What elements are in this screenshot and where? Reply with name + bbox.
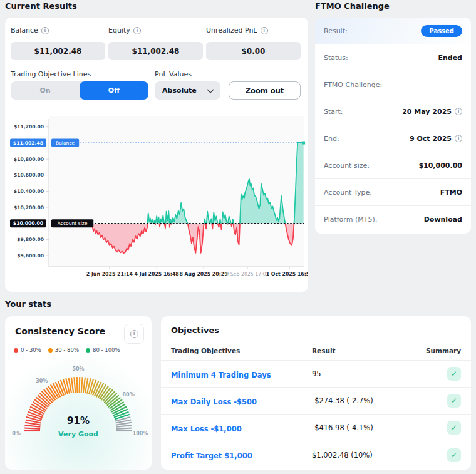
row-value: 9 Oct 2025 bbox=[410, 135, 452, 143]
objective-result: 95 bbox=[312, 369, 428, 378]
row-label: Platform (MT5): bbox=[324, 215, 377, 224]
ftmo-row-start: Start: 20 May 2025 bbox=[315, 98, 471, 125]
check-icon bbox=[447, 448, 461, 462]
pnl-values-selected: Absolute bbox=[162, 86, 197, 95]
check-icon bbox=[447, 394, 461, 408]
chevron-down-icon bbox=[207, 86, 214, 93]
legend-item: 30 - 80% bbox=[48, 347, 79, 353]
objective-link[interactable]: Max Loss -$1,000 bbox=[171, 425, 242, 433]
consistency-rating: Very Good bbox=[5, 430, 152, 438]
current-results-title: Current Results bbox=[5, 1, 77, 11]
objective-row-min-trading-days: Minimum 4 Trading Days 95 bbox=[161, 361, 471, 388]
svg-text:$11,002.48: $11,002.48 bbox=[13, 140, 43, 146]
objective-link[interactable]: Profit Target $1,000 bbox=[171, 451, 252, 460]
objective-result: $1,002.48 (10%) bbox=[312, 451, 428, 460]
header-trading-objectives: Trading Objectives bbox=[171, 347, 312, 354]
ftmo-row-result: Result: Passed bbox=[315, 18, 471, 44]
row-value: 20 May 2025 bbox=[402, 108, 452, 116]
row-label: Start: bbox=[324, 108, 343, 116]
ftmo-challenge-card: Result: Passed Status: Ended FTMO Challe… bbox=[315, 18, 471, 234]
legend-dot bbox=[48, 348, 53, 353]
toggle-on-button[interactable]: On bbox=[11, 81, 80, 100]
row-label: Result: bbox=[324, 27, 348, 35]
header-summary: Summary bbox=[426, 347, 461, 354]
row-value: Ended bbox=[438, 54, 462, 62]
consistency-info-button[interactable] bbox=[124, 324, 144, 344]
consistency-score-title: Consistency Score bbox=[15, 326, 105, 336]
balance-label: Balance bbox=[11, 26, 38, 34]
legend-dot bbox=[86, 348, 90, 353]
ftmo-row-end: End: 9 Oct 2025 bbox=[315, 125, 471, 152]
consistency-score-value: 91% bbox=[5, 415, 152, 426]
svg-text:$11,200.00: $11,200.00 bbox=[14, 124, 44, 130]
objective-row-max-daily-loss: Max Daily Loss -$500 -$274.38 (-2.7%) bbox=[161, 388, 471, 415]
divider bbox=[5, 113, 308, 113]
consistency-gauge-svg: 0%30%50%80%100% bbox=[5, 355, 152, 470]
ftmo-row-status: Status: Ended bbox=[315, 44, 471, 71]
row-value: FTMO bbox=[440, 188, 462, 197]
svg-text:9 Sep 2025 17:02: 9 Sep 2025 17:02 bbox=[225, 271, 269, 277]
svg-text:4 Jul 2025 16:48: 4 Jul 2025 16:48 bbox=[135, 271, 179, 277]
objectives-title: Objectives bbox=[161, 316, 471, 341]
svg-text:$9,600.00: $9,600.00 bbox=[17, 253, 44, 259]
equity-value: $11,002.48 bbox=[108, 42, 203, 60]
ftmo-row-platform: Platform (MT5): Download bbox=[315, 206, 471, 233]
equity-label: Equity bbox=[108, 26, 130, 34]
svg-text:80%: 80% bbox=[123, 392, 135, 398]
svg-text:$10,600.00: $10,600.00 bbox=[14, 172, 44, 178]
svg-text:$10,200.00: $10,200.00 bbox=[14, 205, 44, 210]
svg-text:Balance: Balance bbox=[56, 140, 75, 146]
row-value: $10,000.00 bbox=[418, 162, 462, 170]
row-label: Account size: bbox=[324, 162, 370, 170]
balance-chart-svg[interactable]: $11,200.00$10,800.00$10,600.00$10,400.00… bbox=[5, 116, 308, 289]
pnl-values-select[interactable]: Absolute bbox=[155, 81, 220, 100]
zoom-out-button[interactable]: Zoom out bbox=[229, 81, 301, 100]
objectives-card: Objectives Trading Objectives Result Sum… bbox=[161, 316, 471, 470]
objective-result: -$416.98 (-4.1%) bbox=[312, 423, 428, 432]
objectives-header-row: Trading Objectives Result Summary bbox=[161, 341, 471, 361]
check-icon bbox=[447, 367, 461, 381]
objective-link[interactable]: Minimum 4 Trading Days bbox=[171, 371, 271, 379]
legend-label: 0 - 30% bbox=[21, 347, 41, 353]
svg-text:Account size: Account size bbox=[58, 220, 88, 226]
consistency-score-card: Consistency Score 0 - 30% 30 - 80% 80 - … bbox=[5, 316, 152, 470]
svg-text:$10,000.00: $10,000.00 bbox=[13, 220, 43, 226]
objective-row-max-loss: Max Loss -$1,000 -$416.98 (-4.1%) bbox=[161, 415, 471, 441]
info-icon[interactable] bbox=[455, 108, 462, 115]
info-icon[interactable] bbox=[455, 135, 462, 142]
legend-item: 80 - 100% bbox=[86, 347, 120, 353]
gauge-legend: 0 - 30% 30 - 80% 80 - 100% bbox=[14, 347, 120, 353]
row-label: End: bbox=[324, 135, 339, 143]
legend-dot bbox=[14, 348, 18, 353]
row-label: Status: bbox=[324, 54, 348, 62]
legend-label: 80 - 100% bbox=[93, 347, 120, 353]
row-label: FTMO Challenge: bbox=[324, 81, 382, 89]
platform-download-link[interactable]: Download bbox=[424, 215, 462, 224]
status-badge: Passed bbox=[421, 25, 462, 37]
objective-link[interactable]: Max Daily Loss -$500 bbox=[171, 398, 257, 406]
ftmo-row-account-size: Account size: $10,000.00 bbox=[315, 152, 471, 179]
unrealized-pnl-label: Unrealized PnL bbox=[206, 26, 257, 34]
svg-text:$10,800.00: $10,800.00 bbox=[14, 157, 44, 162]
ftmo-challenge-title: FTMO Challenge bbox=[315, 1, 390, 11]
balance-value: $11,002.48 bbox=[11, 42, 105, 60]
info-icon[interactable] bbox=[261, 27, 268, 34]
objective-result: -$274.38 (-2.7%) bbox=[312, 396, 428, 405]
info-icon bbox=[130, 330, 138, 338]
header-result: Result bbox=[312, 347, 426, 354]
svg-text:$9,800.00: $9,800.00 bbox=[17, 237, 44, 242]
objective-lines-toggle: On Off bbox=[11, 81, 148, 100]
info-icon[interactable] bbox=[133, 27, 141, 34]
row-label: Account Type: bbox=[324, 188, 372, 197]
svg-text:30%: 30% bbox=[36, 378, 48, 384]
svg-text:2 Jun 2025 21:14: 2 Jun 2025 21:14 bbox=[86, 271, 133, 277]
svg-text:8 Aug 2025 20:29: 8 Aug 2025 20:29 bbox=[179, 271, 227, 277]
info-icon[interactable] bbox=[41, 27, 49, 34]
check-icon bbox=[447, 421, 461, 435]
svg-text:50%: 50% bbox=[72, 366, 84, 372]
pnl-values-label: PnL Values bbox=[155, 70, 192, 78]
objective-lines-label: Trading Objective Lines bbox=[11, 70, 91, 78]
legend-item: 0 - 30% bbox=[14, 347, 41, 353]
toggle-off-button[interactable]: Off bbox=[80, 81, 148, 100]
unrealized-pnl-value: $0.00 bbox=[206, 42, 301, 60]
